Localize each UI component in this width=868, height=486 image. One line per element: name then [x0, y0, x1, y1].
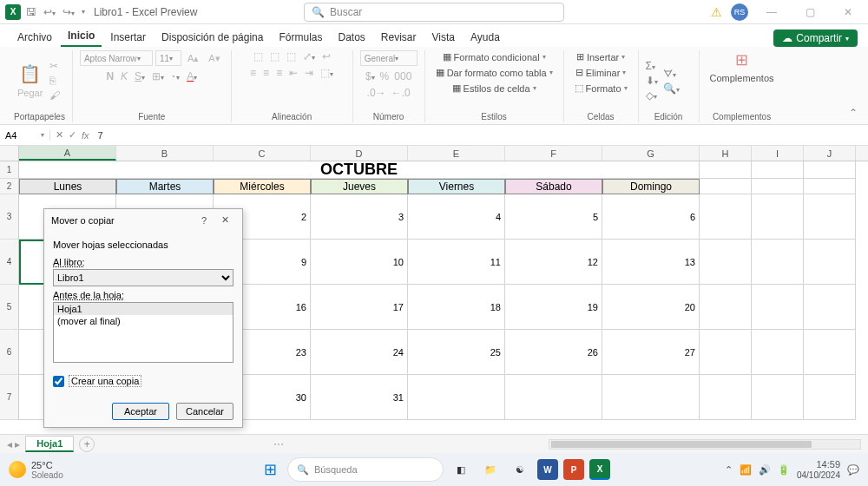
cell[interactable]: 18 — [408, 285, 505, 330]
cell[interactable] — [752, 285, 804, 330]
col-header-I[interactable]: I — [752, 146, 804, 161]
autosum-icon[interactable]: Σ▾ — [646, 60, 658, 72]
col-header-G[interactable]: G — [602, 146, 700, 161]
sheet-tab-active[interactable]: Hoja1 — [25, 436, 74, 452]
addins-button[interactable]: Complementos — [707, 72, 778, 84]
menu-tab-disposición-de-página[interactable]: Disposición de página — [155, 28, 270, 47]
comma-icon[interactable]: 000 — [394, 70, 411, 82]
row-header[interactable]: 3 — [0, 194, 19, 240]
cell[interactable]: Sábado — [505, 179, 602, 194]
col-header-E[interactable]: E — [408, 146, 505, 161]
col-header-J[interactable]: J — [804, 146, 856, 161]
cut-icon[interactable]: ✂ — [49, 60, 60, 72]
redo-icon[interactable]: ↪▾ — [62, 6, 75, 18]
row-header[interactable]: 6 — [0, 330, 19, 375]
cell[interactable]: 26 — [505, 330, 602, 375]
dialog-close-button[interactable]: ✕ — [214, 214, 235, 226]
copy-icon[interactable]: ⎘ — [49, 75, 60, 87]
add-sheet-button[interactable]: + — [79, 437, 95, 452]
cell[interactable]: Martes — [116, 179, 214, 194]
search-box[interactable]: 🔍 Buscar — [304, 3, 564, 22]
cell[interactable]: 11 — [408, 240, 505, 285]
merge-icon[interactable]: ⬚▾ — [320, 67, 333, 79]
cell[interactable] — [700, 240, 752, 285]
cell[interactable] — [752, 375, 804, 420]
dialog-cancel-button[interactable]: Cancelar — [176, 403, 233, 420]
maximize-button[interactable]: ▢ — [795, 0, 825, 24]
user-avatar[interactable]: RS — [731, 3, 748, 21]
wrap-text-icon[interactable]: ↩ — [322, 50, 331, 62]
cell-styles-button[interactable]: ▦ Estilos de celda ▾ — [449, 82, 540, 95]
menu-tab-vista[interactable]: Vista — [425, 28, 462, 47]
col-header-F[interactable]: F — [505, 146, 602, 161]
col-header-A[interactable]: A — [19, 146, 116, 161]
font-size-select[interactable]: 11 ▾ — [155, 50, 181, 66]
align-right-icon[interactable]: ≡ — [276, 67, 282, 79]
cell[interactable]: 13 — [602, 240, 700, 285]
format-painter-icon[interactable]: 🖌 — [49, 89, 60, 102]
powerpoint-icon[interactable]: P — [563, 459, 584, 480]
copilot-icon[interactable]: ☯ — [508, 457, 532, 482]
start-button[interactable]: ⊞ — [258, 457, 282, 482]
cell[interactable]: 19 — [505, 285, 602, 330]
cell[interactable]: Jueves — [311, 179, 408, 194]
fx-icon[interactable]: fx — [82, 130, 89, 141]
cell[interactable] — [602, 375, 700, 420]
fill-color-icon[interactable]: 🞍▾ — [171, 70, 180, 82]
conditional-format-button[interactable]: ▦ Formato condicional ▾ — [439, 50, 549, 63]
cell[interactable] — [752, 330, 804, 375]
listbox-item[interactable]: Hoja1 — [54, 303, 233, 315]
create-copy-label[interactable]: Crear una copia — [69, 375, 141, 387]
dialog-help-button[interactable]: ? — [194, 215, 214, 226]
undo-icon[interactable]: ↩▾ — [43, 6, 56, 18]
task-view-icon[interactable]: ◧ — [449, 457, 473, 482]
delete-cells-button[interactable]: ⊟ Eliminar ▾ — [572, 66, 630, 79]
align-left-icon[interactable]: ≡ — [250, 67, 256, 79]
sort-filter-icon[interactable]: ᗊ▾ — [663, 68, 680, 80]
before-sheet-listbox[interactable]: Hoja1(mover al final) — [53, 302, 233, 363]
format-cells-button[interactable]: ⬚ Formato ▾ — [571, 82, 631, 95]
name-box[interactable]: A4▾ — [0, 130, 50, 141]
fill-icon[interactable]: ⬇▾ — [646, 75, 658, 87]
cell[interactable]: Viernes — [408, 179, 505, 194]
cell[interactable] — [505, 375, 602, 420]
cell[interactable] — [752, 161, 804, 179]
system-clock[interactable]: 14:59 04/10/2024 — [797, 459, 840, 479]
volume-icon[interactable]: 🔊 — [759, 464, 771, 476]
menu-tab-archivo[interactable]: Archivo — [10, 28, 59, 47]
align-bottom-icon[interactable]: ⬚ — [286, 50, 296, 62]
notifications-icon[interactable]: 💬 — [847, 464, 859, 476]
underline-icon[interactable]: S▾ — [135, 70, 145, 82]
dialog-ok-button[interactable]: Aceptar — [112, 403, 169, 420]
decrease-font-icon[interactable]: A▾ — [205, 52, 223, 65]
row-header[interactable]: 5 — [0, 285, 19, 330]
horizontal-scrollbar[interactable] — [549, 439, 861, 450]
menu-tab-ayuda[interactable]: Ayuda — [464, 28, 507, 47]
cell[interactable]: 3 — [311, 194, 408, 240]
cell[interactable]: Miércoles — [214, 179, 311, 194]
cell[interactable] — [804, 285, 856, 330]
share-button[interactable]: ☁ Compartir ▾ — [773, 30, 858, 47]
cell[interactable]: Domingo — [602, 179, 700, 194]
menu-tab-fórmulas[interactable]: Fórmulas — [272, 28, 329, 47]
row-header[interactable]: 7 — [0, 375, 19, 420]
align-center-icon[interactable]: ≡ — [263, 67, 269, 79]
select-all-corner[interactable] — [0, 146, 19, 161]
cell[interactable]: 31 — [311, 375, 408, 420]
cell[interactable]: 17 — [311, 285, 408, 330]
wifi-icon[interactable]: 📶 — [740, 464, 752, 476]
cell[interactable] — [700, 375, 752, 420]
border-icon[interactable]: ⊞▾ — [152, 70, 164, 82]
find-select-icon[interactable]: 🔍▾ — [663, 82, 680, 95]
to-book-select[interactable]: Libro1 — [53, 269, 233, 286]
paste-button[interactable]: Pegar — [14, 87, 46, 99]
cell[interactable] — [700, 194, 752, 240]
bold-icon[interactable]: N — [106, 70, 114, 82]
row-header[interactable]: 1 — [0, 161, 19, 179]
cell[interactable] — [408, 375, 505, 420]
cell[interactable] — [804, 194, 856, 240]
format-as-table-button[interactable]: ▦ Dar formato como tabla ▾ — [432, 66, 556, 79]
menu-tab-revisar[interactable]: Revisar — [374, 28, 424, 47]
cell[interactable]: 25 — [408, 330, 505, 375]
cell[interactable]: OCTUBRE — [19, 161, 700, 179]
